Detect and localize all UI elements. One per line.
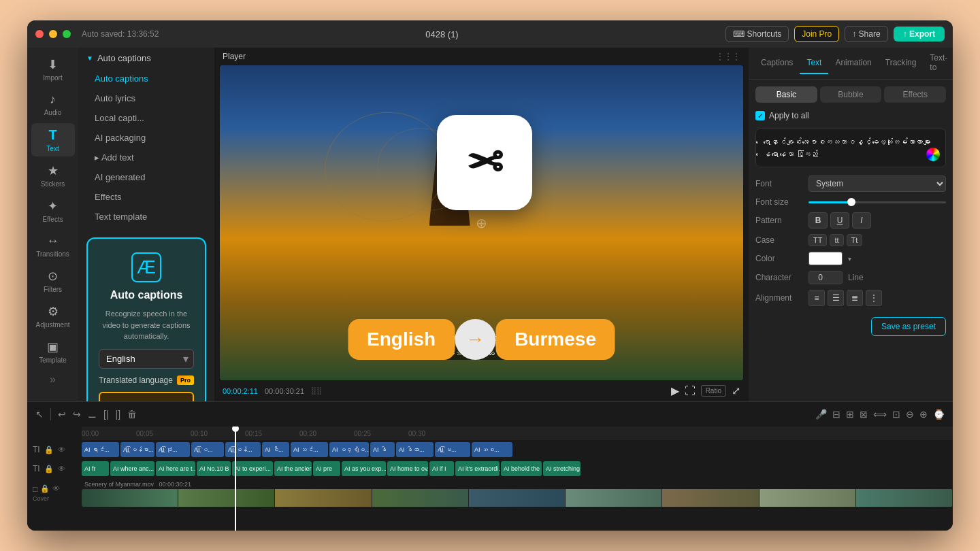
- caption-chip-2[interactable]: AI stretching: [543, 461, 581, 476]
- playhead[interactable]: [235, 427, 236, 531]
- caption-chip[interactable]: AI မြ...: [435, 442, 470, 457]
- trim-right-button[interactable]: |]: [116, 409, 121, 420]
- font-select[interactable]: System: [808, 176, 946, 192]
- caption-chip-2[interactable]: AI home to ov...: [387, 461, 428, 476]
- panel-item-effects[interactable]: Effects: [84, 188, 209, 206]
- caption-chip-2[interactable]: AI pre: [313, 461, 340, 476]
- timeline-tool-7[interactable]: ⊕: [919, 409, 928, 420]
- panel-item-auto-lyrics[interactable]: Auto lyrics: [84, 89, 209, 107]
- player-options-icon[interactable]: ⋮⋮⋮: [716, 52, 740, 61]
- expand-button[interactable]: ⤢: [732, 384, 740, 397]
- lock-icon-2[interactable]: 🔒: [44, 465, 54, 473]
- ratio-badge[interactable]: Ratio: [701, 385, 726, 397]
- delete-button[interactable]: 🗑: [127, 409, 137, 420]
- caption-chip[interactable]: AI မြန်...: [225, 442, 261, 457]
- translated-language-input[interactable]: Burmese: [99, 392, 194, 402]
- video-eye[interactable]: 👁: [52, 484, 60, 494]
- join-pro-button[interactable]: Join Pro: [794, 26, 839, 42]
- panel-item-ai-packaging[interactable]: AI packaging: [84, 129, 209, 147]
- timeline-tool-1[interactable]: ⊟: [832, 409, 840, 420]
- style-tab-bubble[interactable]: Bubble: [820, 86, 882, 103]
- toolbar-template[interactable]: ▣ Template: [31, 335, 75, 368]
- redo-button[interactable]: ↪: [73, 409, 81, 420]
- undo-button[interactable]: ↩: [58, 409, 66, 420]
- split-button[interactable]: ⚊: [88, 409, 97, 420]
- uppercase-button[interactable]: TT: [808, 234, 827, 246]
- maximize-button[interactable]: [63, 30, 71, 38]
- caption-chip-2[interactable]: AI to experi...: [232, 461, 273, 476]
- pointer-tool[interactable]: ↖: [35, 409, 44, 420]
- character-input[interactable]: 0: [808, 271, 843, 284]
- toolbar-adjustment[interactable]: ⚙ Adjustment: [31, 300, 75, 333]
- caption-chip[interactable]: AI မဇ္ဈိမ...: [329, 442, 369, 457]
- lowercase-button[interactable]: tt: [830, 234, 843, 246]
- color-dropdown-icon[interactable]: ▾: [848, 255, 851, 263]
- caption-chip-2[interactable]: AI where anc...: [110, 461, 154, 476]
- panel-item-text-template[interactable]: Text template: [84, 207, 209, 226]
- caption-chip[interactable]: AI မြန်မာ...: [120, 442, 154, 457]
- shortcuts-button[interactable]: ⌨ Shortcuts: [725, 26, 789, 42]
- timeline-tool-5[interactable]: ⊡: [892, 409, 900, 420]
- lock-icon[interactable]: 🔒: [44, 446, 54, 454]
- mic-button[interactable]: 🎤: [815, 409, 827, 420]
- italic-button[interactable]: I: [852, 212, 871, 229]
- fullscreen-toggle[interactable]: ⛶: [685, 385, 696, 397]
- eye-icon-2[interactable]: 👁: [58, 465, 65, 473]
- align-left-button[interactable]: ≡: [808, 290, 825, 306]
- panel-item-auto-captions[interactable]: Auto captions: [84, 69, 209, 88]
- eye-icon[interactable]: 👁: [58, 446, 65, 454]
- align-right-button[interactable]: ≣: [847, 290, 863, 306]
- toolbar-filters[interactable]: ⊙ Filters: [31, 265, 75, 297]
- toolbar-transitions[interactable]: ↔ Transitions: [31, 230, 75, 262]
- titlecase-button[interactable]: Tt: [847, 234, 863, 246]
- timeline-tool-3[interactable]: ⊠: [860, 409, 868, 420]
- share-button[interactable]: ↑ Share: [845, 26, 887, 42]
- caption-chip-2[interactable]: AI No.10 B: [197, 461, 231, 476]
- caption-chip[interactable]: AI ရောင်...: [82, 442, 119, 457]
- toolbar-audio[interactable]: ♪ Audio: [31, 88, 75, 120]
- toolbar-text[interactable]: T Text: [31, 123, 75, 156]
- color-swatch[interactable]: [808, 252, 843, 265]
- timeline-fit[interactable]: ⌚: [933, 409, 945, 420]
- align-center-button[interactable]: ☰: [828, 290, 844, 306]
- panel-item-ai-generated[interactable]: AI generated: [84, 168, 209, 186]
- caption-chip[interactable]: AI စီ...: [262, 442, 289, 457]
- play-button[interactable]: ▶: [671, 384, 679, 397]
- bold-button[interactable]: B: [808, 212, 828, 229]
- timeline-tool-4[interactable]: ⟺: [873, 409, 887, 420]
- panel-item-local-captions[interactable]: Local capti...: [84, 109, 209, 127]
- caption-chip-2[interactable]: AI if I: [429, 461, 454, 476]
- toolbar-import[interactable]: ⬇ Import: [31, 53, 75, 86]
- caption-chip-2[interactable]: AI here are t...: [156, 461, 195, 476]
- caption-chip-2[interactable]: AI the ancier: [274, 461, 312, 476]
- caption-chip[interactable]: AI ဒါ: [370, 442, 395, 457]
- tab-animation[interactable]: Animation: [828, 52, 878, 74]
- toolbar-stickers[interactable]: ★ Stickers: [31, 159, 75, 192]
- tab-text[interactable]: Text: [800, 52, 828, 74]
- underline-button[interactable]: U: [830, 212, 849, 229]
- export-button[interactable]: ↑ Export: [894, 27, 945, 41]
- apply-all-checkbox[interactable]: ✓: [755, 111, 765, 120]
- caption-chip[interactable]: AI သင်...: [291, 442, 328, 457]
- panel-item-add-text[interactable]: ▸ Add text: [84, 148, 209, 167]
- save-preset-button[interactable]: Save as preset: [871, 317, 946, 336]
- video-track-thumbnails[interactable]: [82, 489, 953, 507]
- caption-chip-2[interactable]: AI it's extraordi...: [455, 461, 500, 476]
- tab-text-to[interactable]: Text-to: [923, 48, 953, 79]
- toolbar-effects[interactable]: ✦ Effects: [31, 195, 75, 227]
- tab-captions[interactable]: Captions: [754, 52, 800, 74]
- auto-captions-section[interactable]: ▼ Auto captions: [78, 48, 214, 69]
- language-select[interactable]: English Chinese Japanese: [99, 349, 194, 369]
- align-justify-button[interactable]: ⋮: [866, 290, 882, 306]
- font-size-slider[interactable]: [808, 201, 946, 203]
- close-button[interactable]: [35, 30, 44, 38]
- caption-chip-2[interactable]: AI behold the m...: [501, 461, 542, 476]
- trim-left-button[interactable]: [|: [103, 409, 109, 420]
- caption-chip[interactable]: AI ပြ...: [191, 442, 224, 457]
- style-tab-basic[interactable]: Basic: [755, 86, 817, 103]
- tab-tracking[interactable]: Tracking: [879, 52, 924, 74]
- caption-chip[interactable]: AI ဒါဟာ...: [396, 442, 434, 457]
- timeline-tool-2[interactable]: ⊞: [846, 409, 854, 420]
- video-lock[interactable]: 🔒: [40, 484, 50, 494]
- timeline-tool-6[interactable]: ⊖: [906, 409, 914, 420]
